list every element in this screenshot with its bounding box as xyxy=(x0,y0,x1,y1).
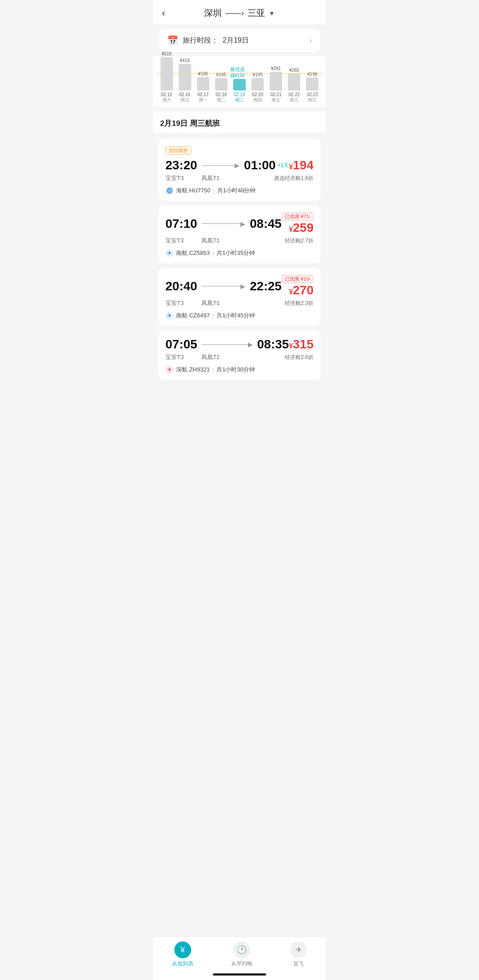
flight-price: ¥259 xyxy=(282,221,314,235)
bar-rect[interactable] xyxy=(197,77,209,90)
route-title: 深圳 ——› 三亚 ▼ xyxy=(204,7,275,19)
bar-day: 周日 xyxy=(181,97,189,103)
terminal-info: 宝安T3 凤凰T2 xyxy=(165,353,220,361)
arrive-time: 01:00 xyxy=(244,158,276,172)
bar-price: ¥265 xyxy=(289,68,299,73)
bar-price: ¥416 xyxy=(180,58,190,63)
bar-date: 02.23 xyxy=(307,92,318,97)
chart-bar-col[interactable]: ¥19502.20周四 xyxy=(249,65,267,103)
origin-city: 深圳 xyxy=(204,7,222,19)
flights-container: 当日低价 23:20 ▶ 01:00 +1天 ¥194 宝安T3 凤凰T1 惠选… xyxy=(153,134,326,415)
flight-info-row: 宝安T3 凤凰T1 经济舱2.7折 xyxy=(165,237,314,245)
nav-label: 从低到高 xyxy=(172,960,193,968)
flight-times-row: 07:10 ▶ 08:45 已优惠 ¥71› ¥259 xyxy=(165,212,314,235)
price-detail: 经济舱2.3折 xyxy=(285,300,314,307)
bar-day: 周三 xyxy=(235,97,244,103)
bar-price: ¥196 xyxy=(307,72,317,77)
divider: | xyxy=(212,312,214,319)
bar-rect[interactable] xyxy=(288,74,300,90)
bar-price: ¥198 xyxy=(198,71,208,76)
discount-badge-row: 已优惠 ¥10› xyxy=(282,275,314,283)
flight-price: ¥194 xyxy=(289,158,314,172)
nav-item-从早到晚[interactable]: 🕐从早到晚 xyxy=(231,941,252,968)
nav-icon: ¥ xyxy=(174,941,191,958)
price-detail: 经济舱2.7折 xyxy=(285,237,314,245)
section-title: 2月19日 周三航班 xyxy=(153,111,326,133)
flight-card[interactable]: 20:40 ▶ 22:25 已优惠 ¥10› ¥270 宝安T3 凤凰T1 经济… xyxy=(158,268,321,326)
chart-bar-col[interactable]: ¥19502.18周二 xyxy=(212,65,230,103)
flight-card[interactable]: 当日低价 23:20 ▶ 01:00 +1天 ¥194 宝安T3 凤凰T1 惠选… xyxy=(158,139,321,201)
flight-info-row: 宝安T3 凤凰T2 经济舱2.6折 xyxy=(165,353,314,361)
flight-card[interactable]: 07:10 ▶ 08:45 已优惠 ¥71› ¥259 宝安T3 凤凰T1 经济… xyxy=(158,205,321,263)
arrive-terminal: 凤凰T2 xyxy=(201,353,220,361)
bar-date: 02.21 xyxy=(271,92,282,97)
date-selector[interactable]: 📅 旅行时段： 2月19日 › xyxy=(159,29,320,52)
bar-rect[interactable] xyxy=(161,57,173,90)
chart-bar-col[interactable]: ¥26502.22周六 xyxy=(285,61,303,103)
bar-price: ¥518 xyxy=(161,51,171,56)
airline-row: ✈ 深航 ZH9321 | 共1小时30分钟 xyxy=(165,366,314,374)
bar-date: 02.17 xyxy=(197,92,208,97)
bar-day: 周六 xyxy=(162,97,171,103)
route-arrow-icon: ——› xyxy=(225,8,244,18)
bar-rect[interactable] xyxy=(251,78,264,90)
nav-label: 直飞 xyxy=(293,960,304,968)
bar-rect[interactable] xyxy=(215,78,228,90)
bar-day: 周一 xyxy=(199,97,208,103)
price-section: ¥194 xyxy=(289,158,314,172)
divider: | xyxy=(212,250,214,257)
airline-name: 海航 HU7750 xyxy=(176,187,210,195)
nav-icon: 🕐 xyxy=(233,941,250,958)
flight-price: ¥315 xyxy=(289,337,314,351)
bar-rect[interactable] xyxy=(233,79,246,90)
next-day-label: +1天 xyxy=(278,162,289,169)
depart-time: 07:10 xyxy=(165,217,197,231)
flight-times-row: 23:20 ▶ 01:00 +1天 ¥194 xyxy=(165,158,314,172)
arrive-terminal: 凤凰T1 xyxy=(201,237,220,245)
date-label: 旅行时段： xyxy=(183,36,218,45)
flight-times-row: 07:05 ▶ 08:35 ¥315 xyxy=(165,337,314,351)
low-price-badge: 当日低价 xyxy=(165,146,191,155)
flight-duration: 共1小时40分钟 xyxy=(217,187,256,195)
flight-card[interactable]: 07:05 ▶ 08:35 ¥315 宝安T3 凤凰T2 经济舱2.6折 ✈ 深… xyxy=(158,330,321,380)
date-left: 📅 旅行时段： 2月19日 xyxy=(167,35,249,46)
arrow-line: ▶ xyxy=(202,283,246,290)
flight-info-row: 宝安T3 凤凰T1 惠选经济舱1.6折 xyxy=(165,174,314,182)
bar-price: ¥281 xyxy=(271,66,281,71)
depart-terminal: 宝安T3 xyxy=(165,174,184,182)
discount-badge: 已优惠 ¥10› xyxy=(282,275,314,283)
price-section: ¥315 xyxy=(289,337,314,351)
bar-rect[interactable] xyxy=(179,64,191,90)
chart-bar-col[interactable]: ¥19802.17周一 xyxy=(194,64,212,103)
bar-date: 02.19 xyxy=(234,92,245,97)
bars-wrapper: ¥51802.15周六¥41602.16周日¥19802.17周一¥19502.… xyxy=(157,63,322,103)
selected-date: 2月19日 xyxy=(223,36,249,45)
back-button[interactable]: ‹ xyxy=(162,8,165,19)
chart-bar-col[interactable]: 最优选择¥19402.19周三 xyxy=(230,66,248,103)
arrive-terminal: 凤凰T1 xyxy=(201,299,220,307)
nav-icon: ✈ xyxy=(290,941,307,958)
chevron-right-icon: › xyxy=(309,36,312,45)
bar-rect[interactable] xyxy=(270,72,282,90)
best-price-label: 最优选择 xyxy=(230,66,248,72)
airline-logo: ✈ xyxy=(165,366,173,374)
nav-item-从低到高[interactable]: ¥从低到高 xyxy=(172,941,193,968)
divider: | xyxy=(212,367,214,373)
chart-bar-col[interactable]: ¥19602.23周日 xyxy=(303,65,322,103)
depart-time: 20:40 xyxy=(165,279,197,293)
flight-times-left: 07:05 ▶ 08:35 xyxy=(165,337,289,351)
flight-duration: 共1小时35分钟 xyxy=(216,249,255,257)
arrive-time: 08:45 xyxy=(250,217,282,231)
airline-row: ✈ 南航 CZ5853 | 共1小时35分钟 xyxy=(165,249,314,257)
bar-date: 02.22 xyxy=(289,92,300,97)
chart-bar-col[interactable]: ¥51802.15周六 xyxy=(157,44,176,103)
dropdown-icon[interactable]: ▼ xyxy=(269,10,275,17)
chart-bar-col[interactable]: ¥28102.21周五 xyxy=(267,59,285,103)
nav-item-直飞[interactable]: ✈直飞 xyxy=(290,941,307,968)
flight-duration: 共1小时45分钟 xyxy=(216,312,255,320)
chart-bar-col[interactable]: ¥41602.16周日 xyxy=(176,51,194,103)
price-detail: 经济舱2.6折 xyxy=(285,354,314,361)
airline-logo: ✈ xyxy=(165,249,173,257)
arrive-time: 08:35 xyxy=(257,337,289,351)
bar-rect[interactable] xyxy=(306,78,318,90)
